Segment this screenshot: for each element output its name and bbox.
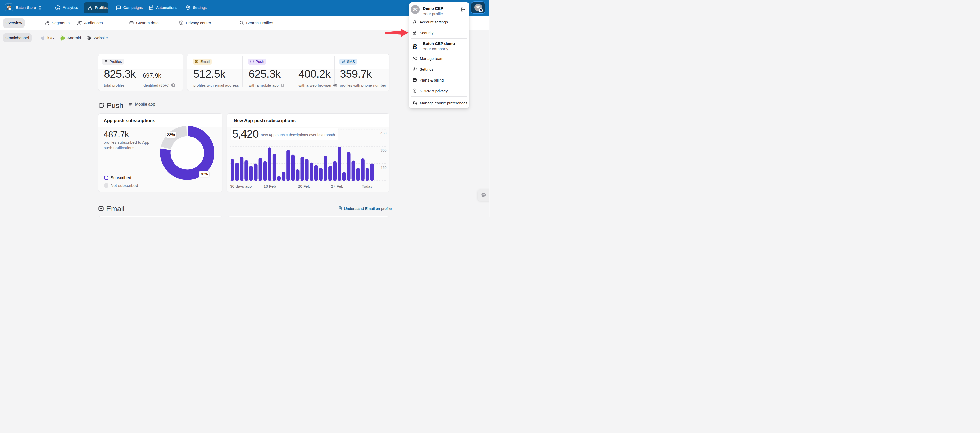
svg-text:20 Feb: 20 Feb <box>298 184 310 188</box>
svg-text:Today: Today <box>362 184 372 188</box>
svg-text:30 days ago: 30 days ago <box>230 184 252 188</box>
svg-text:13 Feb: 13 Feb <box>264 184 276 188</box>
svg-text:27 Feb: 27 Feb <box>331 184 343 188</box>
svg-text:300: 300 <box>380 148 387 152</box>
svg-text:450: 450 <box>380 131 387 135</box>
svg-text:150: 150 <box>380 166 387 169</box>
